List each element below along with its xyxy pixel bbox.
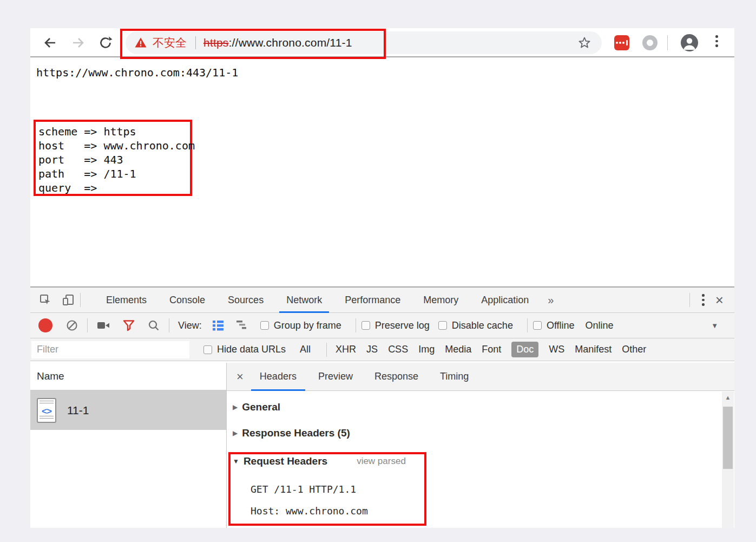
profile-avatar[interactable] (681, 34, 698, 51)
section-general[interactable]: ▶ General (233, 401, 280, 413)
tab-headers[interactable]: Headers (249, 363, 307, 391)
filter-icon[interactable] (122, 319, 135, 332)
request-line: GET /11-1 HTTP/1.1 (251, 484, 356, 495)
security-status-label[interactable]: 不安全 (153, 35, 187, 50)
request-row[interactable]: <> 11-1 (30, 390, 226, 430)
forward-icon[interactable] (71, 36, 85, 50)
filter-type-js[interactable]: JS (366, 344, 378, 355)
network-filter-bar: Hide data URLs All XHR JS CSS Img Media … (30, 338, 734, 361)
tab-network[interactable]: Network (275, 288, 333, 313)
parsed-url-output: scheme => https host => www.chrono.com p… (36, 122, 190, 195)
tab-sources[interactable]: Sources (216, 288, 275, 313)
url-rest: ://www.chrono.com/11-1 (229, 36, 352, 49)
hide-data-urls-label[interactable]: Hide data URLs (217, 344, 286, 355)
view-parsed-link[interactable]: view parsed (357, 456, 406, 467)
hide-data-urls-checkbox[interactable] (203, 345, 212, 354)
disable-cache-label[interactable]: Disable cache (452, 320, 513, 331)
insecure-warning-icon (134, 36, 147, 49)
tab-elements[interactable]: Elements (95, 288, 158, 313)
device-toolbar-icon[interactable] (62, 293, 75, 306)
expanded-triangle-icon: ▼ (233, 458, 239, 465)
tab-performance[interactable]: Performance (333, 288, 412, 313)
inspect-element-icon[interactable] (39, 293, 52, 306)
record-button[interactable] (38, 318, 52, 332)
browser-window: 不安全 https://www.chrono.com/11-1 https://… (30, 28, 734, 527)
struck-scheme: https (203, 36, 229, 49)
filter-type-manifest[interactable]: Manifest (575, 344, 612, 355)
back-icon[interactable] (43, 36, 57, 50)
devtools-close-icon[interactable]: × (715, 293, 724, 307)
extension-icon-red[interactable] (614, 35, 629, 50)
filter-type-ws[interactable]: WS (549, 344, 564, 355)
capture-screenshots-icon[interactable] (96, 319, 110, 332)
address-bar[interactable]: 不安全 https://www.chrono.com/11-1 (126, 31, 602, 54)
tab-timing[interactable]: Timing (429, 363, 479, 391)
offline-checkbox[interactable] (533, 321, 542, 330)
detail-scrollbar[interactable]: ▲ (722, 391, 734, 528)
throttling-select[interactable]: Online (586, 320, 614, 331)
throttling-dropdown-icon[interactable]: ▼ (711, 322, 718, 330)
group-by-frame-checkbox[interactable] (260, 321, 269, 330)
search-icon[interactable] (147, 319, 160, 332)
annotation-box-parsed-url: scheme => https host => www.chrono.com p… (34, 120, 192, 196)
large-rows-icon[interactable] (212, 319, 225, 331)
disable-cache-checkbox[interactable] (438, 321, 447, 330)
preserve-log-label[interactable]: Preserve log (375, 320, 430, 331)
filter-type-media[interactable]: Media (445, 344, 471, 355)
offline-label[interactable]: Offline (547, 320, 575, 331)
headers-detail-content: ▶ General ▶ Response Headers (5) ▼ Reque… (227, 391, 734, 528)
filter-type-other[interactable]: Other (622, 344, 646, 355)
tab-response[interactable]: Response (364, 363, 429, 391)
filter-type-css[interactable]: CSS (388, 344, 408, 355)
more-tabs-icon[interactable]: » (540, 294, 561, 306)
extension-icon-ring[interactable] (642, 35, 658, 50)
collapsed-triangle-icon: ▶ (233, 403, 238, 411)
filter-type-all[interactable]: All (300, 344, 311, 355)
scroll-up-icon[interactable]: ▲ (722, 394, 734, 401)
url-text[interactable]: https://www.chrono.com/11-1 (203, 36, 352, 49)
host-header-line: Host: www.chrono.com (251, 505, 368, 517)
name-column-header[interactable]: Name (30, 363, 226, 390)
detail-tab-bar: × Headers Preview Response Timing (227, 363, 734, 391)
chrome-menu-icon[interactable] (715, 35, 718, 47)
network-toolbar: View: Group by frame Preserve log Disabl… (30, 313, 734, 338)
filter-type-font[interactable]: Font (482, 344, 501, 355)
request-name-label: 11-1 (67, 404, 89, 417)
document-file-icon: <> (37, 398, 56, 423)
net-divider4 (527, 318, 528, 332)
group-by-frame-label[interactable]: Group by frame (274, 320, 341, 331)
tab-preview[interactable]: Preview (307, 363, 364, 391)
net-divider2 (169, 318, 169, 332)
section-request-headers[interactable]: ▼ Request Headers view parsed (233, 455, 406, 467)
page-content: https://www.chrono.com:443/11-1 scheme =… (30, 57, 734, 286)
requests-list-panel: Name <> 11-1 (30, 363, 227, 528)
collapsed-triangle-icon2: ▶ (233, 429, 238, 437)
close-detail-icon[interactable]: × (230, 370, 249, 384)
browser-toolbar: 不安全 https://www.chrono.com/11-1 (30, 28, 734, 57)
filter-type-xhr[interactable]: XHR (336, 344, 356, 355)
tabbar-divider (80, 293, 81, 307)
scrollbar-thumb[interactable] (723, 407, 733, 469)
urlbar-divider (195, 36, 196, 49)
toolbar-divider (667, 35, 668, 50)
clear-icon[interactable] (65, 319, 78, 332)
tab-console[interactable]: Console (158, 288, 216, 313)
filter-type-img[interactable]: Img (418, 344, 435, 355)
filter-type-doc-active[interactable]: Doc (511, 342, 538, 357)
section-response-headers[interactable]: ▶ Response Headers (5) (233, 427, 350, 439)
page-url-line: https://www.chrono.com:443/11-1 (36, 66, 238, 79)
filter-input[interactable] (31, 341, 189, 358)
preserve-log-checkbox[interactable] (361, 321, 370, 330)
view-label: View: (178, 320, 202, 331)
network-main-area: Name <> 11-1 × Headers Preview Response … (30, 363, 734, 528)
waterfall-overview-icon[interactable] (235, 319, 249, 331)
devtools-menu-icon[interactable] (702, 294, 705, 306)
request-detail-panel: × Headers Preview Response Timing ▶ Gene… (227, 363, 734, 528)
net-divider3 (356, 318, 356, 332)
tabbar-right-divider (689, 293, 690, 307)
filter-divider (326, 343, 327, 357)
tab-memory[interactable]: Memory (412, 288, 470, 313)
bookmark-star-icon[interactable] (578, 36, 591, 49)
reload-icon[interactable] (98, 36, 113, 50)
tab-application[interactable]: Application (470, 288, 540, 313)
